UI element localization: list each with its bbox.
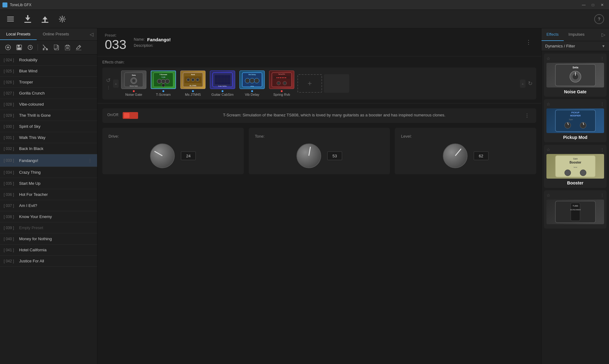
pickup-mod-star[interactable]: ☆ — [546, 102, 550, 107]
booster-menu[interactable]: ⋮ — [600, 148, 604, 152]
menu-button[interactable] — [5, 14, 16, 25]
preset-options-button[interactable]: ⋮ — [523, 38, 534, 47]
export-button[interactable] — [39, 14, 51, 25]
list-item[interactable]: [ 036 ] Hot For Teacher — [0, 189, 97, 200]
svg-text:Vib Delay: Vib Delay — [248, 74, 256, 75]
save-preset-button[interactable] — [15, 43, 23, 52]
effect-slot-noise-gate[interactable]: Seta Noise Gate Noise Gate — [120, 71, 148, 96]
svg-line-39 — [79, 46, 80, 47]
effects-chain-container: ↺ ⋮ ▲ Seta — [102, 67, 536, 99]
list-item-empty[interactable]: [ 039 ] Empty Preset — [0, 222, 97, 233]
minimize-button[interactable]: — — [579, 1, 588, 9]
list-item[interactable]: [ 026 ] Trooper — [0, 77, 97, 88]
list-item[interactable]: [ 024 ] Rockabilly — [0, 55, 97, 66]
chain-undo-button[interactable]: ↺ — [106, 77, 111, 84]
tone-knob-indicator — [309, 147, 311, 156]
library-item-noise-gate[interactable]: ☆ ⋮ Seta Noise Gate — [544, 54, 607, 97]
drive-knob-panel: Drive: 24 — [102, 128, 244, 174]
tube-driver-star[interactable]: ☆ — [546, 193, 550, 198]
tab-impulses[interactable]: Impulses — [564, 28, 590, 41]
vibdelay-pedal-image: Vib Delay string — [239, 71, 265, 89]
svg-line-14 — [60, 17, 61, 18]
tone-knob[interactable] — [296, 144, 321, 168]
list-item[interactable]: [ 038 ] Know Your Enemy — [0, 211, 97, 222]
list-item[interactable]: [ 042 ] Justice For All — [0, 256, 97, 267]
settings-button[interactable] — [57, 14, 68, 25]
maximize-button[interactable]: □ — [589, 1, 597, 9]
tone-value[interactable]: 53 — [327, 152, 342, 160]
list-item[interactable]: [ 034 ] Crazy Thing — [0, 167, 97, 178]
empty-effect-slot-1 — [324, 74, 349, 93]
add-effect-button[interactable]: + — [297, 74, 322, 93]
tone-knob-container: 53 — [255, 144, 384, 168]
library-item-pickup-mod[interactable]: ☆ ⋮ PICKUP MODIFIER Type Pickup — [544, 99, 607, 142]
category-dropdown[interactable]: Dynamics / Filter ▼ — [542, 41, 609, 51]
list-item[interactable]: [ 040 ] Money for Nothing — [0, 233, 97, 245]
drive-knob-container: 24 — [108, 144, 238, 168]
panel-export-icon[interactable]: ◁ — [86, 28, 97, 40]
svg-rect-22 — [18, 45, 20, 47]
vibdelay-dot — [251, 90, 253, 92]
library-item-booster[interactable]: ☆ ⋮ Gain Booster tone Booster — [544, 145, 607, 188]
svg-point-72 — [245, 78, 250, 83]
effect-slot-springrvb[interactable]: Spring Rvb ■■■■■■ Spring Rvb — [268, 71, 296, 96]
close-button[interactable]: ✕ — [598, 1, 607, 9]
preset-list: [ 024 ] Rockabilly [ 025 ] Blue Wind [ 0… — [0, 55, 97, 364]
import-button[interactable] — [22, 14, 33, 25]
help-button[interactable]: ? — [594, 14, 604, 24]
level-knob[interactable] — [443, 144, 468, 168]
load-preset-button[interactable] — [26, 43, 35, 52]
list-item[interactable]: [ 029 ] The Thrill is Gone — [0, 110, 97, 121]
list-item[interactable]: [ 037 ] Am I Evil? — [0, 200, 97, 211]
dropdown-arrow-icon: ▼ — [602, 44, 605, 48]
tab-online-presets[interactable]: Online Presets — [37, 29, 75, 40]
chain-more-button[interactable]: ⋮ — [106, 85, 111, 90]
list-item[interactable]: [ 028 ] Vibe-coloured — [0, 99, 97, 110]
effect-slot-vibdelay[interactable]: Vib Delay string Vib Delay — [238, 71, 266, 96]
noise-gate-star[interactable]: ☆ — [546, 56, 550, 61]
tube-driver-menu[interactable]: ⋮ — [600, 193, 604, 197]
effect-detail-menu-button[interactable]: ⋮ — [523, 112, 531, 119]
list-item-active[interactable]: [ 033 ] Fandango! ⋮ — [0, 154, 97, 167]
effect-slot-msjtm45[interactable]: Avral Ms JTM45 Ms JTM45 — [179, 71, 207, 96]
right-panel-export[interactable]: ▷ — [598, 29, 609, 41]
list-item[interactable]: [ 032 ] Back In Black — [0, 143, 97, 154]
list-item[interactable]: [ 027 ] Gorilla Crunch — [0, 88, 97, 99]
effect-slot-tscream[interactable]: T-Scream TS-808 T-Scream — [149, 71, 177, 96]
booster-star[interactable]: ☆ — [546, 147, 550, 152]
delete-button[interactable] — [63, 43, 72, 52]
drive-knob[interactable] — [150, 144, 175, 168]
pickup-mod-menu[interactable]: ⋮ — [600, 102, 604, 106]
svg-text:string: string — [250, 85, 254, 87]
list-item[interactable]: [ 041 ] Hotel California — [0, 245, 97, 256]
noise-gate-menu[interactable]: ⋮ — [600, 56, 604, 61]
list-item[interactable]: [ 025 ] Blue Wind — [0, 66, 97, 77]
left-panel: Local Presets Online Presets ◁ — [0, 28, 97, 364]
tube-driver-lib-image: T TUBE SCREAMER — [546, 200, 604, 224]
svg-text:Booster: Booster — [570, 161, 581, 164]
list-item[interactable]: [ 030 ] Spirit of Sky — [0, 121, 97, 132]
copy-button[interactable] — [52, 43, 61, 52]
rename-button[interactable] — [74, 43, 83, 52]
library-item-noise-gate-header: ☆ ⋮ — [546, 56, 604, 61]
onoff-toggle[interactable] — [123, 112, 138, 119]
list-item[interactable]: [ 031 ] Walk This Way — [0, 132, 97, 143]
drive-value[interactable]: 24 — [181, 152, 196, 160]
library-item-tube-driver[interactable]: ☆ ⋮ T TUBE SCREAMER — [544, 190, 607, 229]
svg-point-56 — [187, 78, 190, 81]
level-value[interactable]: 62 — [474, 152, 488, 160]
guitarcab-dot — [222, 90, 223, 92]
tab-effects[interactable]: Effects — [542, 28, 564, 41]
effect-slot-guitarcab[interactable]: Guitar CabSim Guitar CabSim — [209, 71, 236, 96]
booster-lib-name: Booster — [546, 180, 604, 185]
new-preset-button[interactable] — [4, 43, 12, 52]
svg-point-73 — [250, 78, 255, 83]
tab-local-presets[interactable]: Local Presets — [0, 29, 37, 40]
cut-button[interactable] — [41, 43, 50, 52]
pickup-mod-lib-name: Pickup Mod — [546, 135, 604, 140]
list-item[interactable]: [ 035 ] Start Me Up — [0, 178, 97, 189]
chain-redo-button[interactable]: ↻ — [528, 80, 533, 87]
preset-context-menu[interactable]: ⋮ — [87, 157, 93, 164]
svg-text:SCREAMER: SCREAMER — [570, 209, 581, 211]
right-panel: Effects Impulses ▷ Dynamics / Filter ▼ ☆… — [541, 28, 609, 364]
